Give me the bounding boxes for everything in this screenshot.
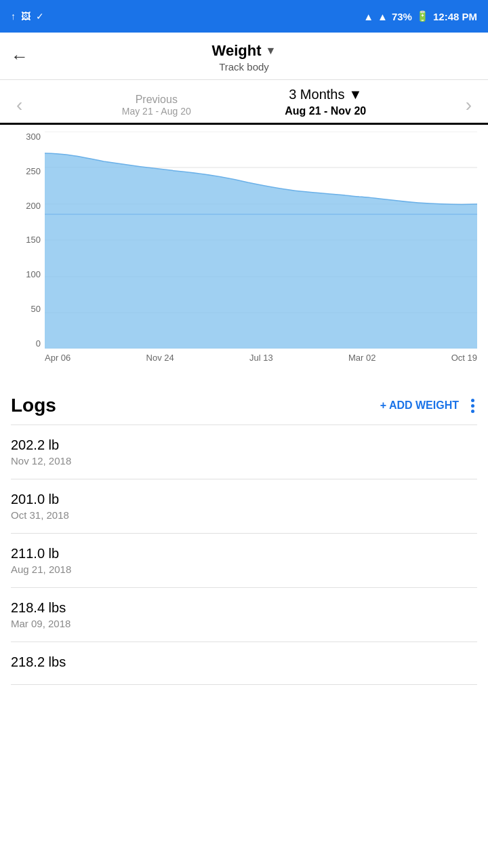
log-date-4: Mar 09, 2018 [11,618,477,629]
signal-icon: ▲ [378,11,388,22]
log-weight-5: 218.2 lbs [11,654,477,670]
y-label-50: 50 [31,304,41,314]
upload-icon: ↑ [11,11,16,22]
dot3 [471,410,474,413]
status-right-icons: ▲ ▲ 73% 🔋 12:48 PM [363,10,477,22]
log-entry-5[interactable]: 218.2 lbs [11,642,477,685]
page-title: Weight [212,42,262,60]
chart-plot-area [45,132,477,349]
status-left-icons: ↑ 🖼 ✓ [11,11,44,22]
status-bar: ↑ 🖼 ✓ ▲ ▲ 73% 🔋 12:48 PM [0,0,488,33]
prev-period-dates: May 21 - Aug 20 [122,106,191,117]
logs-header: Logs + ADD WEIGHT [11,387,477,425]
x-label-jul13: Jul 13 [249,353,273,363]
current-period-label-text: 3 Months [289,87,344,102]
log-weight-1: 202.2 lb [11,437,477,453]
wifi-icon: ▲ [363,11,373,22]
y-label-250: 250 [26,166,41,176]
y-label-150: 150 [26,235,41,245]
log-weight-2: 201.0 lb [11,492,477,507]
chart-y-axis: 300 250 200 150 100 50 0 [11,132,45,349]
period-dropdown-arrow: ▼ [348,87,362,102]
chart-x-axis: Apr 06 Nov 24 Jul 13 Mar 02 Oct 19 [45,349,477,376]
next-nav-arrow[interactable]: › [460,94,477,116]
header-title-row: Weight ▼ [11,42,477,60]
logs-title: Logs [11,395,56,416]
log-date-3: Aug 21, 2018 [11,564,477,575]
log-date-2: Oct 31, 2018 [11,509,477,521]
log-entry-1[interactable]: 202.2 lb Nov 12, 2018 [11,425,477,479]
y-label-300: 300 [26,132,41,142]
time-display: 12:48 PM [433,11,477,22]
logs-actions: + ADD WEIGHT [380,396,477,416]
y-label-100: 100 [26,269,41,279]
check-icon: ✓ [36,11,44,22]
dot1 [471,399,474,402]
title-dropdown-arrow[interactable]: ▼ [266,45,277,57]
current-period: 3 Months ▼ Aug 21 - Nov 20 [285,87,366,123]
y-label-200: 200 [26,201,41,211]
log-entry-3[interactable]: 211.0 lb Aug 21, 2018 [11,534,477,588]
log-weight-4: 218.4 lbs [11,600,477,616]
y-label-0: 0 [36,338,41,349]
battery-icon: 🔋 [416,10,429,22]
current-period-selector[interactable]: 3 Months ▼ [285,87,366,102]
x-label-apr06: Apr 06 [45,353,70,363]
add-weight-button[interactable]: + ADD WEIGHT [380,399,459,412]
page-header: ← Weight ▼ Track body [0,33,488,80]
x-label-nov24: Nov 24 [146,353,174,363]
x-label-mar02: Mar 02 [348,353,375,363]
log-entry-4[interactable]: 218.4 lbs Mar 09, 2018 [11,588,477,642]
page-subtitle: Track body [11,61,477,73]
previous-period: Previous May 21 - Aug 20 [122,94,191,117]
more-options-button[interactable] [468,396,477,416]
x-label-oct19: Oct 19 [451,353,477,363]
log-weight-3: 211.0 lb [11,546,477,561]
dot2 [471,404,474,408]
current-period-dates: Aug 21 - Nov 20 [285,105,366,123]
back-button[interactable]: ← [11,45,28,66]
chart-section: 300 250 200 150 100 50 0 [0,125,488,376]
battery-percent: 73% [392,11,412,22]
log-entry-2[interactable]: 201.0 lb Oct 31, 2018 [11,479,477,534]
prev-nav-arrow[interactable]: ‹ [11,94,28,116]
image-icon: 🖼 [21,11,30,22]
prev-period-label: Previous [122,94,191,106]
period-navigation: ‹ Previous May 21 - Aug 20 3 Months ▼ Au… [0,80,488,125]
logs-section: Logs + ADD WEIGHT 202.2 lb Nov 12, 2018 … [0,387,488,685]
weight-chart: 300 250 200 150 100 50 0 [11,132,477,376]
log-date-1: Nov 12, 2018 [11,455,477,467]
